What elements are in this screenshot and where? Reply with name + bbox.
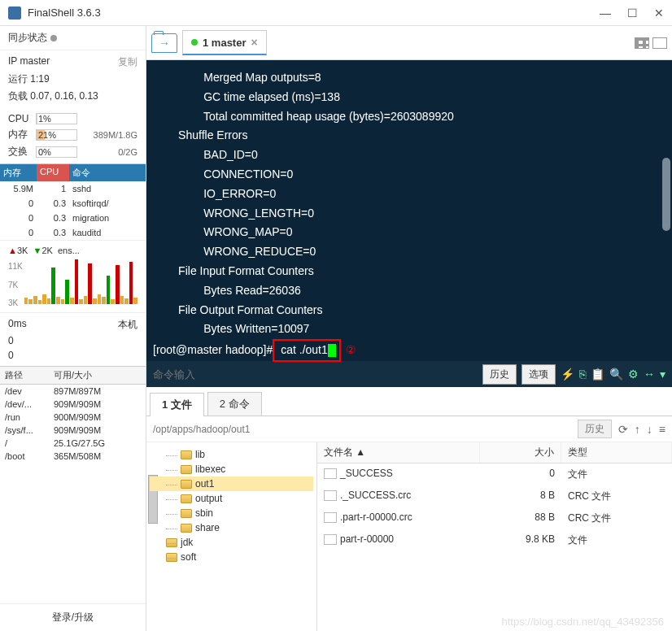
folder-icon — [181, 524, 192, 533]
disk-row[interactable]: /25.1G/27.5G — [0, 437, 146, 450]
file-row[interactable]: .part-r-00000.crc88 BCRC 文件 — [317, 507, 672, 529]
disk-header: 路径 可用/大小 — [0, 366, 146, 385]
bolt-icon[interactable]: ⚡ — [561, 368, 574, 381]
file-row[interactable]: part-r-000009.8 KB文件 — [317, 529, 672, 551]
file-icon — [324, 490, 337, 501]
disk-list: /dev897M/897M/dev/...909M/909M/run900M/9… — [0, 385, 146, 463]
file-tabs: 1 文件 2 命令 — [146, 387, 672, 416]
swap-meter: 0% — [36, 146, 77, 158]
folder-icon — [181, 509, 192, 518]
file-row[interactable]: ._SUCCESS.crc8 BCRC 文件 — [317, 485, 672, 507]
tree-node[interactable]: output — [150, 491, 313, 506]
tree-node[interactable]: lib — [150, 447, 313, 462]
load-label: 负载 0.07, 0.16, 0.13 — [8, 89, 98, 103]
tab-label: 1 master — [203, 37, 246, 49]
refresh-icon[interactable]: ⟳ — [618, 423, 628, 436]
session-tab[interactable]: 1 master × — [182, 30, 267, 55]
upload-icon[interactable]: ↑ — [635, 423, 640, 436]
copy-button[interactable]: 复制 — [118, 55, 137, 69]
file-icon — [324, 468, 337, 479]
minimize-button[interactable]: — — [600, 7, 611, 20]
disk-row[interactable]: /run900M/909M — [0, 411, 146, 424]
grid-layout-icon[interactable] — [635, 37, 649, 49]
copy-icon[interactable]: ⎘ — [579, 368, 586, 381]
expand-icon[interactable]: ↔ — [644, 368, 655, 381]
mem-label: 内存 — [8, 128, 33, 141]
scrollbar-thumb[interactable] — [662, 158, 670, 231]
paste-icon[interactable]: 📋 — [591, 368, 604, 381]
file-list[interactable]: 文件名 ▲ 大小 类型 _SUCCESS0文件._SUCCESS.crc8 BC… — [317, 442, 672, 631]
sync-label: 同步状态 — [8, 31, 47, 45]
folder-icon — [181, 465, 192, 474]
command-input[interactable] — [153, 368, 478, 381]
gear-icon[interactable]: ⚙ — [628, 368, 639, 381]
tree-node[interactable]: libexec — [150, 462, 313, 477]
upload-indicator: ▲ — [8, 246, 17, 255]
process-row[interactable]: 00.3ksoftirqd/ — [0, 196, 146, 211]
file-explorer: liblibexecout1outputsbinsharejdksoft 文件名… — [146, 442, 672, 631]
folder-icon — [181, 494, 192, 503]
annotation-2: ② — [346, 343, 356, 356]
command-bar: 历史 选项 ⚡ ⎘ 📋 🔍 ⚙ ↔ ▾ — [146, 361, 672, 387]
terminal[interactable]: Merged Map outputs=8 GC time elapsed (ms… — [146, 60, 672, 361]
tree-node[interactable]: soft — [150, 550, 313, 564]
latency: 0ms — [8, 318, 27, 332]
disk-row[interactable]: /boot365M/508M — [0, 450, 146, 463]
col-type[interactable]: 类型 — [561, 442, 672, 463]
tab-commands[interactable]: 2 命令 — [207, 392, 262, 416]
mem-meter: 21% — [36, 129, 77, 141]
folder-icon — [166, 553, 177, 562]
menu-icon[interactable]: ≡ — [659, 423, 665, 436]
current-path: /opt/apps/hadoop/out1 — [153, 424, 571, 435]
disk-row[interactable]: /sys/f...909M/909M — [0, 424, 146, 437]
app-icon — [8, 7, 21, 20]
options-button[interactable]: 选项 — [521, 364, 556, 385]
process-header: 内存 CPU 命令 — [0, 163, 146, 181]
ip-label: IP master — [8, 55, 50, 69]
close-button[interactable]: ✕ — [654, 7, 664, 20]
col-size[interactable]: 大小 — [480, 442, 561, 463]
disk-row[interactable]: /dev897M/897M — [0, 385, 146, 398]
open-folder-icon[interactable]: → — [151, 33, 177, 53]
maximize-button[interactable]: ☐ — [627, 7, 638, 20]
file-icon — [324, 534, 337, 545]
login-upgrade-button[interactable]: 登录/升级 — [0, 603, 146, 631]
disk-row[interactable]: /dev/...909M/909M — [0, 398, 146, 411]
close-tab-icon[interactable]: × — [251, 36, 257, 49]
prompt: [root@master hadoop]# — [153, 343, 273, 356]
folder-tree[interactable]: liblibexecout1outputsbinsharejdksoft — [146, 442, 317, 631]
status-dot-icon — [191, 39, 198, 46]
sidebar: 同步状态 IP master复制 运行 1:19 负载 0.07, 0.16, … — [0, 26, 146, 631]
path-bar: /opt/apps/hadoop/out1 历史 ⟳ ↑ ↓ ≡ — [146, 416, 672, 442]
more-icon[interactable]: ▾ — [660, 368, 665, 381]
cpu-label: CPU — [8, 113, 33, 124]
process-row[interactable]: 00.3migration — [0, 211, 146, 225]
col-name[interactable]: 文件名 ▲ — [317, 442, 480, 463]
split-layout-icon[interactable] — [652, 37, 667, 49]
status-dot — [50, 35, 57, 41]
process-row[interactable]: 5.9M1sshd — [0, 181, 146, 196]
path-history-button[interactable]: 历史 — [578, 420, 612, 438]
file-list-header: 文件名 ▲ 大小 类型 — [317, 442, 672, 463]
file-row[interactable]: _SUCCESS0文件 — [317, 463, 672, 485]
process-list: 5.9M1sshd00.3ksoftirqd/00.3migration00.3… — [0, 181, 146, 240]
tree-node[interactable]: jdk — [150, 535, 313, 550]
history-button[interactable]: 历史 — [482, 364, 517, 385]
command-highlight: cat ./out1 — [273, 339, 340, 362]
download-icon[interactable]: ↓ — [647, 423, 652, 436]
file-icon — [324, 512, 337, 523]
tree-node[interactable]: share — [150, 520, 313, 535]
download-indicator: ▼ — [33, 246, 41, 255]
tab-bar: → 1 master × — [146, 26, 672, 60]
sync-status: 同步状态 — [0, 26, 146, 50]
tree-node[interactable]: out1 — [150, 477, 313, 491]
process-row[interactable]: 00.3kauditd — [0, 225, 146, 240]
runtime-label: 运行 1:19 — [8, 72, 50, 86]
search-icon[interactable]: 🔍 — [609, 368, 623, 381]
network-graph — [24, 259, 137, 304]
titlebar: FinalShell 3.6.3 — ☐ ✕ — [0, 0, 672, 26]
tab-files[interactable]: 1 文件 — [150, 393, 204, 416]
tree-node[interactable]: sbin — [150, 506, 313, 520]
swap-label: 交换 — [8, 145, 33, 159]
folder-icon — [181, 450, 192, 459]
